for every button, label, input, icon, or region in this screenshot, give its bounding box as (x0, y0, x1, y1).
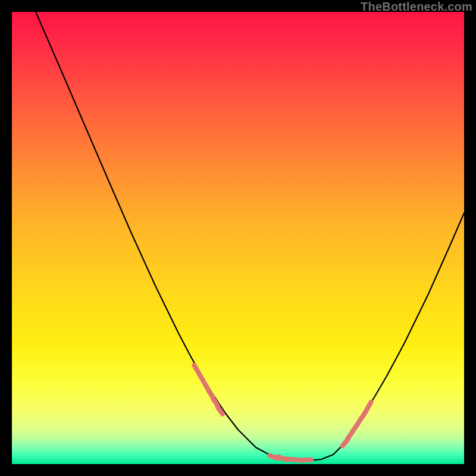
curve-dash-marker (208, 390, 213, 397)
curve-layer (12, 12, 464, 464)
curve-dash-marker (199, 374, 203, 381)
curve-dash-marker (362, 411, 366, 418)
curve-polyline (36, 12, 464, 461)
chart-stage: TheBottleneck.com (0, 0, 476, 476)
dashed-overlay-dots (195, 365, 371, 461)
curve-dash-marker (195, 365, 199, 372)
bottleneck-curve (36, 12, 464, 461)
curve-dash-marker (303, 460, 311, 461)
watermark-text: TheBottleneck.com (361, 0, 472, 14)
plot-area (12, 12, 464, 464)
curve-dash-marker (367, 402, 371, 409)
curve-dash-marker (204, 382, 208, 389)
